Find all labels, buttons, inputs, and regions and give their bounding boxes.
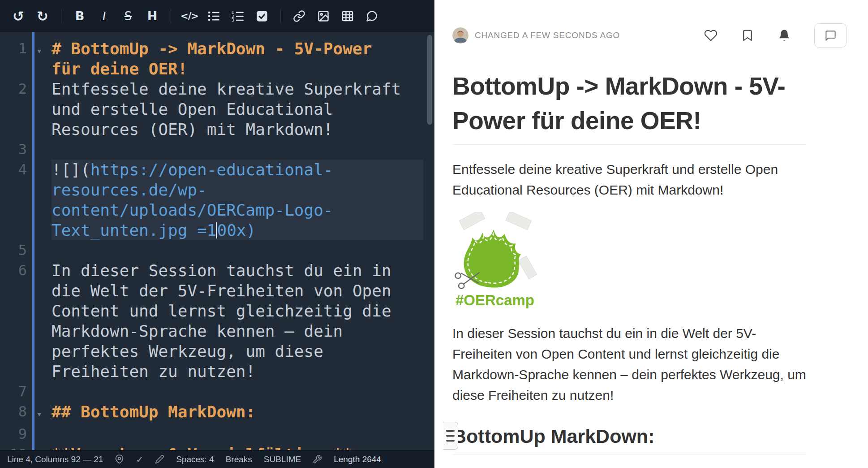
heart-icon bbox=[704, 29, 718, 42]
split-divider[interactable] bbox=[434, 0, 443, 468]
breaks-toggle[interactable]: Breaks bbox=[226, 455, 252, 464]
code-text: resources.de/wp- bbox=[52, 180, 405, 200]
brush-icon[interactable] bbox=[155, 455, 164, 464]
svg-text:3: 3 bbox=[232, 18, 234, 22]
bell-icon bbox=[778, 29, 791, 42]
rendered-note: BottomUp -> MarkDown - 5V-Power für dein… bbox=[452, 69, 806, 455]
editor-line[interactable]: 7 bbox=[0, 381, 434, 402]
code-editor[interactable]: 1 ▾ # BottomUp -> MarkDown - 5V-Power fü… bbox=[0, 32, 434, 450]
fold-gutter: ▾ bbox=[27, 402, 52, 424]
italic-icon: I bbox=[102, 9, 106, 23]
check-list-icon bbox=[256, 10, 268, 22]
editor-line[interactable]: 9 bbox=[0, 424, 434, 444]
code-text: In dieser Session tauchst du ein in die … bbox=[52, 261, 391, 381]
oercamp-logo: #OERcamp bbox=[452, 212, 537, 309]
notifications-button[interactable] bbox=[778, 29, 791, 42]
last-changed-text: CHANGED A FEW SECONDS AGO bbox=[475, 30, 620, 40]
bold-icon: B bbox=[75, 9, 85, 23]
line-number: 1 bbox=[0, 39, 27, 59]
editor-line-active[interactable]: 4 ![](https://open-educational- resource… bbox=[0, 160, 434, 240]
heading-button[interactable]: H bbox=[142, 5, 163, 27]
image-icon bbox=[317, 10, 330, 22]
check-list-button[interactable] bbox=[252, 5, 272, 27]
redo-button[interactable]: ↻ bbox=[32, 5, 53, 27]
ordered-list-icon: 1 2 3 bbox=[232, 10, 244, 22]
editor-line[interactable]: 6 In dieser Session tauchst du ein in di… bbox=[0, 260, 434, 381]
editor-pane: ↺ ↻ B I S H </> 1 2 3 bbox=[0, 0, 434, 468]
note-subheading: BottomUp MarkDown: bbox=[452, 425, 806, 455]
line-number: 10 bbox=[0, 444, 27, 450]
spaces-setting[interactable]: Spaces: 4 bbox=[176, 455, 214, 464]
editor-line[interactable]: 10 **Verwahren & Vervielfältigen** bbox=[0, 444, 434, 450]
preview-pane: CHANGED A FEW SECONDS AGO bbox=[443, 0, 868, 468]
avatar-photo bbox=[452, 27, 468, 43]
editor-line[interactable]: 2 Entfessele deine kreative Superkraft u… bbox=[0, 79, 434, 139]
editor-line[interactable]: 5 bbox=[0, 240, 434, 260]
oercamp-flame-graphic bbox=[452, 212, 537, 291]
toolbar-separator bbox=[61, 9, 61, 23]
note-actions bbox=[704, 23, 847, 48]
intro-paragraph: Entfessele deine kreative Superkraft und… bbox=[452, 159, 806, 200]
editor-status-bar: Line 4, Columns 92 — 21 ✓ Spaces: 4 Brea… bbox=[0, 450, 434, 468]
undo-icon: ↺ bbox=[13, 8, 24, 24]
image-button[interactable] bbox=[313, 5, 334, 27]
session-paragraph: In dieser Session tauchst du ein in die … bbox=[452, 323, 806, 406]
editor-line[interactable]: 1 ▾ # BottomUp -> MarkDown - 5V-Power fü… bbox=[0, 39, 434, 79]
hackmd-window: ↺ ↻ B I S H </> 1 2 3 bbox=[0, 0, 868, 468]
grip-line bbox=[446, 430, 455, 432]
logo-caption: #OERcamp bbox=[452, 292, 537, 309]
wrench-icon[interactable] bbox=[313, 455, 322, 464]
pin-icon bbox=[115, 455, 124, 464]
chat-bubble-icon bbox=[825, 30, 837, 42]
undo-button[interactable]: ↺ bbox=[8, 5, 29, 27]
note-header: CHANGED A FEW SECONDS AGO bbox=[452, 23, 847, 48]
bookmark-icon bbox=[741, 29, 754, 42]
line-number: 8 bbox=[0, 402, 27, 422]
toolbar-separator bbox=[171, 9, 171, 23]
split-drag-handle[interactable] bbox=[443, 422, 458, 450]
link-button[interactable] bbox=[289, 5, 309, 27]
line-number: 9 bbox=[0, 424, 27, 444]
keymap-setting[interactable]: SUBLIME bbox=[264, 455, 301, 464]
code-button[interactable]: </> bbox=[179, 5, 200, 27]
bold-button[interactable]: B bbox=[69, 5, 90, 27]
link-icon bbox=[293, 10, 305, 22]
code-text: ![](https://open-educational- bbox=[52, 160, 405, 180]
comment-button[interactable] bbox=[361, 5, 382, 27]
code-text: **Verwahren & Vervielfältigen** bbox=[52, 445, 352, 450]
code-text: Entfessele deine kreative Superkraft und… bbox=[52, 80, 401, 139]
comments-button[interactable] bbox=[814, 23, 847, 48]
line-number: 2 bbox=[0, 79, 27, 99]
check-icon: ✓ bbox=[136, 454, 143, 465]
toolbar-separator bbox=[280, 9, 281, 23]
author-avatar[interactable] bbox=[452, 27, 468, 43]
line-number: 3 bbox=[0, 139, 27, 160]
editor-line[interactable]: 8 ▾ ## BottomUp MarkDown: bbox=[0, 402, 434, 424]
document-length-text: Length 2644 bbox=[334, 455, 381, 464]
fold-chevron-icon[interactable]: ▾ bbox=[36, 408, 42, 420]
line-number: 7 bbox=[0, 381, 27, 402]
table-icon bbox=[341, 10, 354, 22]
bullet-list-icon bbox=[207, 10, 220, 22]
editor-scrollbar-thumb[interactable] bbox=[427, 35, 432, 125]
grip-line bbox=[446, 440, 455, 442]
note-title: BottomUp -> MarkDown - 5V-Power für dein… bbox=[452, 69, 806, 145]
fold-chevron-icon[interactable]: ▾ bbox=[36, 45, 42, 56]
editor-toolbar: ↺ ↻ B I S H </> 1 2 3 bbox=[0, 0, 434, 32]
like-button[interactable] bbox=[704, 29, 718, 42]
editor-line[interactable]: 3 bbox=[0, 139, 434, 160]
bullet-list-button[interactable] bbox=[203, 5, 224, 27]
line-number: 4 bbox=[0, 160, 27, 180]
table-button[interactable] bbox=[337, 5, 358, 27]
fold-gutter: ▾ bbox=[27, 39, 52, 61]
grip-line bbox=[446, 435, 455, 437]
bookmark-button[interactable] bbox=[741, 29, 754, 42]
code-text: content/uploads/OERCamp-Logo- bbox=[52, 200, 405, 220]
code-text: # BottomUp -> MarkDown - 5V-Power für de… bbox=[52, 39, 372, 78]
code-icon: </> bbox=[180, 11, 198, 22]
ordered-list-button[interactable]: 1 2 3 bbox=[228, 5, 248, 27]
strikethrough-button[interactable]: S bbox=[118, 5, 138, 27]
code-text: Text_unten.jpg =100x) bbox=[52, 220, 405, 240]
cursor-position-text: Line 4, Columns 92 — 21 bbox=[7, 455, 103, 464]
italic-button[interactable]: I bbox=[94, 5, 114, 27]
